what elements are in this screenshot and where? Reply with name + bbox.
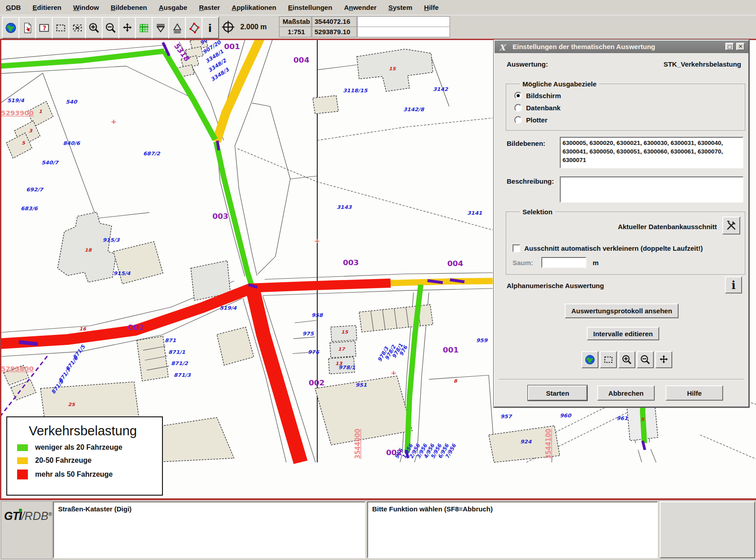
logo-reg: ® — [48, 511, 52, 517]
radio-circle[interactable] — [514, 116, 522, 124]
menu-raster[interactable]: Raster — [193, 0, 226, 15]
map-label: 540/7 — [41, 160, 59, 166]
map-label: 3118/15 — [343, 87, 368, 93]
radio-circle[interactable] — [514, 92, 522, 99]
map-label: 915/3 — [103, 237, 120, 243]
radio-label: Plotter — [526, 116, 548, 124]
redraw-document-icon[interactable] — [18, 17, 36, 39]
map-label: 960 — [560, 413, 572, 419]
info-icon[interactable]: i — [202, 17, 219, 39]
menu-bildebenen[interactable]: Bildebenen — [105, 0, 153, 15]
map-label: 687/2 — [143, 150, 161, 156]
map-label: 958 — [311, 312, 323, 318]
menu-window[interactable]: Window — [68, 0, 105, 15]
map-label: 683/6 — [21, 205, 38, 211]
legend-label: 20-50 Fahrzeuge — [35, 456, 91, 465]
zoom-out-icon[interactable] — [102, 17, 119, 39]
map-label: 3544000 — [354, 429, 361, 459]
menu-anwender[interactable]: Anwender — [338, 0, 382, 15]
menu-gdb[interactable]: GDB — [0, 0, 27, 15]
map-label: 961 — [616, 415, 628, 421]
dialog-titlebar[interactable]: X Einstellungen der thematischen Auswert… — [495, 41, 748, 53]
zoom-in-icon[interactable] — [85, 17, 103, 39]
grid-icon[interactable] — [135, 17, 153, 39]
pan-icon[interactable] — [655, 351, 672, 368]
select-rect-icon[interactable] — [600, 351, 617, 368]
map-label: 002 — [309, 379, 324, 387]
legend-item: weniger als 20 Fahrzeuge — [17, 443, 162, 452]
zoom-in-icon[interactable] — [618, 351, 635, 368]
radio-plotter[interactable]: Plotter — [514, 115, 548, 125]
map-label: 3142/8 — [403, 107, 424, 113]
map-label: 959 — [476, 337, 488, 343]
maximize-icon[interactable]: ▢ — [725, 43, 734, 50]
globe-icon[interactable] — [2, 17, 19, 39]
output-targets-group: Mögliche Ausgabeziele BildschirmDatenban… — [506, 84, 745, 131]
legend: Verkehrsbelastung weniger als 20 Fahrzeu… — [6, 416, 163, 496]
map-label: 15 — [341, 330, 348, 335]
legend-swatch — [17, 444, 28, 451]
hilfe-button[interactable]: Hilfe — [666, 385, 723, 401]
auto-shrink-row[interactable]: Ausschnitt automatisch verkleinern (dopp… — [513, 244, 703, 252]
map-label: 002 — [386, 449, 402, 457]
menu-bar: GDBEditierenWindowBildebenenAusgabeRaste… — [0, 0, 756, 15]
map-label: 976 — [308, 349, 320, 355]
menu-einstellungen[interactable]: Einstellungen — [282, 0, 338, 15]
map-label: 001 — [224, 43, 240, 51]
gti-rdb-logo: GTI/RDB® — [1, 501, 53, 559]
pan-icon[interactable] — [118, 17, 136, 39]
main-toolbar: ? — [0, 15, 756, 39]
select-rect-icon[interactable] — [52, 17, 69, 39]
close-icon[interactable]: ✕ — [736, 43, 745, 50]
filter-funnel-icon[interactable] — [152, 17, 169, 39]
beschreibung-textarea[interactable] — [560, 176, 743, 203]
prompt-field: Bitte Funktion wählen (SF8=Abbruch) — [367, 501, 658, 558]
polygon-icon[interactable] — [185, 17, 202, 39]
radio-bildschirm[interactable]: Bildschirm — [514, 90, 561, 100]
legend-item: 20-50 Fahrzeuge — [17, 456, 162, 465]
menu-applikationen[interactable]: Applikationen — [226, 0, 282, 15]
map-label: 540 — [66, 99, 78, 104]
menu-ausgabe[interactable]: Ausgabe — [153, 0, 193, 15]
menu-editieren[interactable]: Editieren — [27, 0, 67, 15]
menu-hilfe[interactable]: Hilfe — [418, 0, 445, 15]
separator — [499, 379, 744, 380]
measure-display: 2.000 m — [221, 17, 277, 37]
logo-rdb: /RDB — [22, 510, 49, 522]
map-label: 692/7 — [26, 187, 44, 193]
crosshair-icon[interactable] — [221, 20, 235, 34]
starten-button[interactable]: Starten — [528, 385, 587, 401]
logo-green-dot — [19, 509, 22, 512]
globe-icon — [5, 22, 17, 34]
coordinate-display: 3544072.16 5293879.10 — [312, 16, 357, 37]
saum-input[interactable] — [541, 257, 586, 268]
legend-swatch — [17, 457, 28, 464]
legend-label: mehr als 50 Fahrzeuge — [35, 470, 113, 479]
bildebenen-textarea[interactable]: 6300005, 6300020, 6300021, 6300030, 6300… — [560, 137, 743, 168]
abbrechen-button[interactable]: Abbrechen — [597, 385, 655, 401]
scale-label: Maßstab — [279, 17, 311, 27]
zoom-out-icon[interactable] — [637, 351, 654, 368]
bildebenen-label: Bildebenen: — [507, 140, 545, 147]
auto-shrink-checkbox[interactable] — [513, 244, 520, 252]
legend-item: mehr als 50 Fahrzeuge — [17, 470, 162, 479]
map-label: 924 — [520, 438, 532, 444]
query-box-icon[interactable]: ? — [35, 17, 53, 39]
menu-system[interactable]: System — [382, 0, 418, 15]
svg-text:?: ? — [42, 24, 46, 32]
triangle-icon[interactable] — [168, 17, 186, 39]
protokoll-button[interactable]: Auswertungsprotokoll ansehen — [565, 303, 679, 318]
map-label: 840/6 — [63, 140, 81, 146]
intervalle-button[interactable]: Intervalle editieren — [587, 327, 659, 340]
radio-circle[interactable] — [514, 104, 522, 112]
select-transform-icon[interactable] — [68, 17, 86, 39]
map-label: 003 — [343, 259, 359, 267]
radio-datenbank[interactable]: Datenbank — [514, 103, 561, 113]
info-button[interactable]: i — [725, 276, 742, 294]
tools-button[interactable] — [722, 217, 740, 235]
map-label: 871/3 — [174, 372, 191, 378]
globe-icon[interactable] — [581, 351, 598, 368]
map-label: 871 — [165, 337, 176, 343]
x11-icon: X — [499, 41, 505, 54]
map-label: + — [111, 118, 117, 126]
